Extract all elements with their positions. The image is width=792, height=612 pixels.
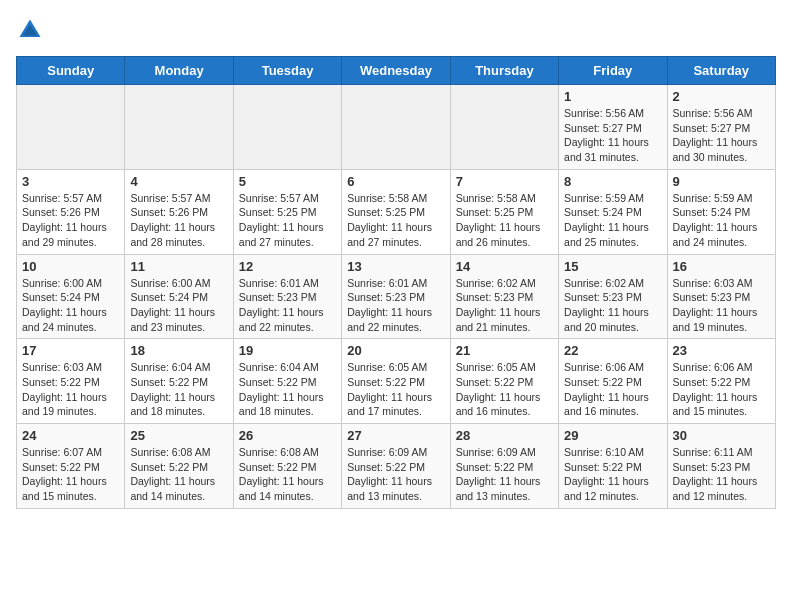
calendar-cell: 23Sunrise: 6:06 AMSunset: 5:22 PMDayligh… [667,339,775,424]
calendar-cell: 2Sunrise: 5:56 AMSunset: 5:27 PMDaylight… [667,85,775,170]
calendar-cell: 24Sunrise: 6:07 AMSunset: 5:22 PMDayligh… [17,424,125,509]
calendar-cell: 10Sunrise: 6:00 AMSunset: 5:24 PMDayligh… [17,254,125,339]
day-info: Sunrise: 6:02 AMSunset: 5:23 PMDaylight:… [456,276,553,335]
day-number: 26 [239,428,336,443]
calendar-cell: 22Sunrise: 6:06 AMSunset: 5:22 PMDayligh… [559,339,667,424]
calendar-cell: 28Sunrise: 6:09 AMSunset: 5:22 PMDayligh… [450,424,558,509]
calendar-cell: 27Sunrise: 6:09 AMSunset: 5:22 PMDayligh… [342,424,450,509]
calendar-cell: 21Sunrise: 6:05 AMSunset: 5:22 PMDayligh… [450,339,558,424]
day-info: Sunrise: 6:03 AMSunset: 5:23 PMDaylight:… [673,276,770,335]
calendar-cell: 9Sunrise: 5:59 AMSunset: 5:24 PMDaylight… [667,169,775,254]
page-header [16,16,776,44]
day-info: Sunrise: 6:06 AMSunset: 5:22 PMDaylight:… [673,360,770,419]
day-info: Sunrise: 6:08 AMSunset: 5:22 PMDaylight:… [130,445,227,504]
calendar-cell: 1Sunrise: 5:56 AMSunset: 5:27 PMDaylight… [559,85,667,170]
day-number: 23 [673,343,770,358]
day-info: Sunrise: 5:59 AMSunset: 5:24 PMDaylight:… [564,191,661,250]
day-number: 13 [347,259,444,274]
day-info: Sunrise: 6:04 AMSunset: 5:22 PMDaylight:… [239,360,336,419]
day-info: Sunrise: 6:03 AMSunset: 5:22 PMDaylight:… [22,360,119,419]
day-number: 4 [130,174,227,189]
day-number: 30 [673,428,770,443]
day-number: 25 [130,428,227,443]
day-number: 15 [564,259,661,274]
calendar-cell: 20Sunrise: 6:05 AMSunset: 5:22 PMDayligh… [342,339,450,424]
logo [16,16,48,44]
day-info: Sunrise: 6:11 AMSunset: 5:23 PMDaylight:… [673,445,770,504]
day-number: 16 [673,259,770,274]
day-info: Sunrise: 6:05 AMSunset: 5:22 PMDaylight:… [456,360,553,419]
day-number: 3 [22,174,119,189]
day-info: Sunrise: 6:02 AMSunset: 5:23 PMDaylight:… [564,276,661,335]
day-number: 22 [564,343,661,358]
day-number: 5 [239,174,336,189]
day-info: Sunrise: 6:09 AMSunset: 5:22 PMDaylight:… [347,445,444,504]
calendar-cell: 25Sunrise: 6:08 AMSunset: 5:22 PMDayligh… [125,424,233,509]
day-info: Sunrise: 5:56 AMSunset: 5:27 PMDaylight:… [564,106,661,165]
calendar-cell: 13Sunrise: 6:01 AMSunset: 5:23 PMDayligh… [342,254,450,339]
day-number: 10 [22,259,119,274]
day-info: Sunrise: 6:08 AMSunset: 5:22 PMDaylight:… [239,445,336,504]
day-number: 11 [130,259,227,274]
day-number: 19 [239,343,336,358]
weekday-header-row: SundayMondayTuesdayWednesdayThursdayFrid… [17,57,776,85]
day-number: 1 [564,89,661,104]
calendar-cell: 5Sunrise: 5:57 AMSunset: 5:25 PMDaylight… [233,169,341,254]
day-info: Sunrise: 6:01 AMSunset: 5:23 PMDaylight:… [239,276,336,335]
day-number: 28 [456,428,553,443]
day-number: 8 [564,174,661,189]
day-number: 24 [22,428,119,443]
calendar-table: SundayMondayTuesdayWednesdayThursdayFrid… [16,56,776,509]
calendar-cell: 30Sunrise: 6:11 AMSunset: 5:23 PMDayligh… [667,424,775,509]
day-number: 12 [239,259,336,274]
day-info: Sunrise: 5:58 AMSunset: 5:25 PMDaylight:… [347,191,444,250]
day-info: Sunrise: 6:01 AMSunset: 5:23 PMDaylight:… [347,276,444,335]
weekday-header-tuesday: Tuesday [233,57,341,85]
week-row-5: 24Sunrise: 6:07 AMSunset: 5:22 PMDayligh… [17,424,776,509]
day-number: 2 [673,89,770,104]
calendar-cell: 15Sunrise: 6:02 AMSunset: 5:23 PMDayligh… [559,254,667,339]
day-number: 9 [673,174,770,189]
calendar-cell: 19Sunrise: 6:04 AMSunset: 5:22 PMDayligh… [233,339,341,424]
calendar-cell: 16Sunrise: 6:03 AMSunset: 5:23 PMDayligh… [667,254,775,339]
week-row-4: 17Sunrise: 6:03 AMSunset: 5:22 PMDayligh… [17,339,776,424]
day-info: Sunrise: 6:05 AMSunset: 5:22 PMDaylight:… [347,360,444,419]
day-info: Sunrise: 5:57 AMSunset: 5:26 PMDaylight:… [22,191,119,250]
day-info: Sunrise: 5:57 AMSunset: 5:26 PMDaylight:… [130,191,227,250]
calendar-cell: 6Sunrise: 5:58 AMSunset: 5:25 PMDaylight… [342,169,450,254]
calendar-cell: 12Sunrise: 6:01 AMSunset: 5:23 PMDayligh… [233,254,341,339]
calendar-cell: 26Sunrise: 6:08 AMSunset: 5:22 PMDayligh… [233,424,341,509]
weekday-header-thursday: Thursday [450,57,558,85]
calendar-cell [125,85,233,170]
weekday-header-sunday: Sunday [17,57,125,85]
day-number: 17 [22,343,119,358]
calendar-cell: 3Sunrise: 5:57 AMSunset: 5:26 PMDaylight… [17,169,125,254]
weekday-header-monday: Monday [125,57,233,85]
day-number: 20 [347,343,444,358]
calendar-cell: 29Sunrise: 6:10 AMSunset: 5:22 PMDayligh… [559,424,667,509]
week-row-3: 10Sunrise: 6:00 AMSunset: 5:24 PMDayligh… [17,254,776,339]
calendar-cell [342,85,450,170]
day-number: 18 [130,343,227,358]
day-info: Sunrise: 5:59 AMSunset: 5:24 PMDaylight:… [673,191,770,250]
day-info: Sunrise: 6:00 AMSunset: 5:24 PMDaylight:… [130,276,227,335]
calendar-cell: 4Sunrise: 5:57 AMSunset: 5:26 PMDaylight… [125,169,233,254]
week-row-2: 3Sunrise: 5:57 AMSunset: 5:26 PMDaylight… [17,169,776,254]
calendar-cell: 7Sunrise: 5:58 AMSunset: 5:25 PMDaylight… [450,169,558,254]
day-info: Sunrise: 5:58 AMSunset: 5:25 PMDaylight:… [456,191,553,250]
weekday-header-friday: Friday [559,57,667,85]
calendar-cell [17,85,125,170]
day-info: Sunrise: 5:57 AMSunset: 5:25 PMDaylight:… [239,191,336,250]
day-info: Sunrise: 6:07 AMSunset: 5:22 PMDaylight:… [22,445,119,504]
day-info: Sunrise: 6:04 AMSunset: 5:22 PMDaylight:… [130,360,227,419]
day-info: Sunrise: 5:56 AMSunset: 5:27 PMDaylight:… [673,106,770,165]
day-number: 29 [564,428,661,443]
day-number: 6 [347,174,444,189]
day-number: 21 [456,343,553,358]
day-number: 7 [456,174,553,189]
calendar-cell: 18Sunrise: 6:04 AMSunset: 5:22 PMDayligh… [125,339,233,424]
calendar-cell [450,85,558,170]
day-info: Sunrise: 6:00 AMSunset: 5:24 PMDaylight:… [22,276,119,335]
calendar-cell [233,85,341,170]
weekday-header-saturday: Saturday [667,57,775,85]
